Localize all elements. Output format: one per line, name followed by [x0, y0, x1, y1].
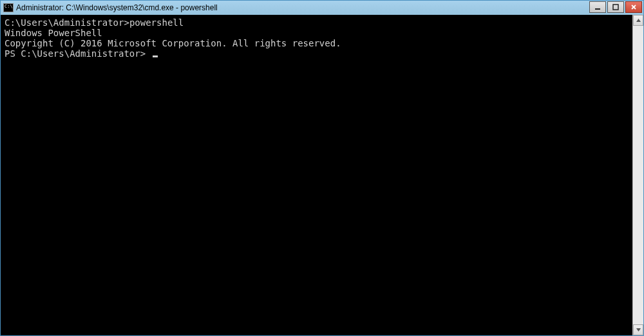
cmd-window: Administrator: C:\Windows\system32\cmd.e… [0, 0, 644, 336]
content-row: C:\Users\Administrator>powershellWindows… [1, 15, 643, 335]
cmd-prompt: C:\Users\Administrator> [5, 17, 129, 28]
cmd-icon [3, 3, 14, 12]
terminal-line: Windows PowerShell [5, 28, 629, 38]
ps-prompt: PS C:\Users\Administrator> [5, 48, 151, 59]
terminal-line: Copyright (C) 2016 Microsoft Corporation… [5, 38, 629, 48]
maximize-icon [612, 4, 619, 10]
window-title: Administrator: C:\Windows\system32\cmd.e… [16, 3, 589, 12]
maximize-button[interactable] [607, 1, 624, 13]
terminal-area[interactable]: C:\Users\Administrator>powershellWindows… [1, 15, 632, 335]
cursor [153, 55, 158, 57]
minimize-button[interactable] [589, 1, 606, 13]
scroll-down-button[interactable] [633, 324, 643, 335]
scroll-track[interactable] [633, 26, 643, 324]
minimize-icon [594, 4, 601, 10]
svg-rect-0 [595, 8, 600, 10]
scroll-up-button[interactable] [633, 15, 643, 26]
cmd-command: powershell [129, 17, 184, 28]
ps-prompt-line: PS C:\Users\Administrator> [5, 48, 629, 59]
terminal-line: C:\Users\Administrator>powershell [5, 17, 629, 28]
vertical-scrollbar[interactable] [632, 15, 643, 335]
close-button[interactable] [625, 1, 642, 13]
close-icon [630, 4, 637, 10]
svg-rect-1 [613, 5, 618, 10]
chevron-down-icon [636, 327, 641, 333]
titlebar-buttons [589, 1, 643, 15]
chevron-up-icon [636, 17, 641, 23]
svg-marker-5 [636, 328, 641, 331]
svg-marker-4 [636, 19, 641, 22]
titlebar[interactable]: Administrator: C:\Windows\system32\cmd.e… [1, 1, 643, 15]
